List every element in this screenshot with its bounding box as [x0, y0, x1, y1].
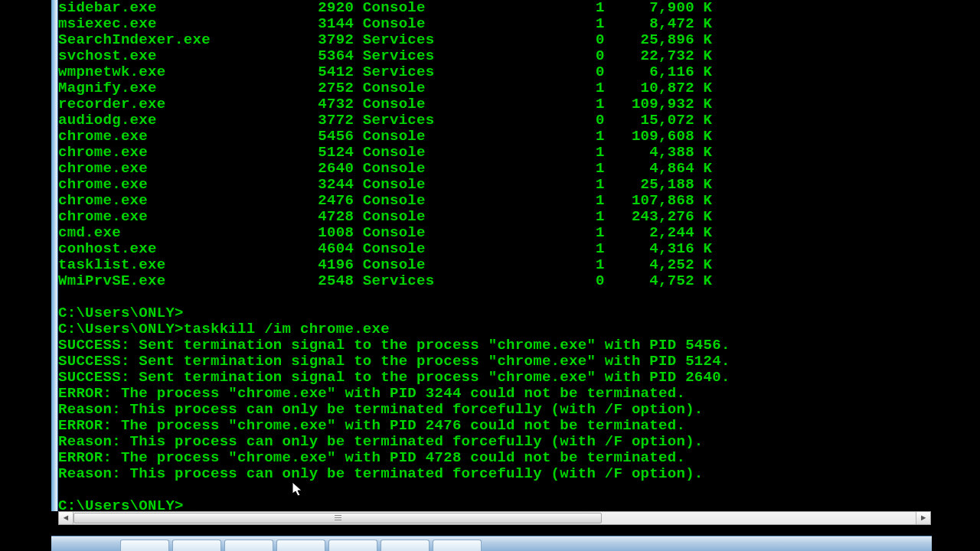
taskbar[interactable] [51, 536, 932, 551]
taskbar-button[interactable] [120, 540, 169, 551]
window-frame-left [51, 0, 58, 511]
scroll-left-button[interactable]: ◄ [59, 512, 74, 524]
terminal-line: C:\Users\ONLY>taskkill /im chrome.exe [58, 321, 931, 337]
terminal-line: chrome.exe 2640 Console 1 4,864 K [58, 161, 931, 177]
terminal-line: chrome.exe 5124 Console 1 4,388 K [58, 145, 931, 161]
terminal-line: Reason: This process can only be termina… [58, 402, 931, 418]
terminal-line: SUCCESS: Sent termination signal to the … [58, 354, 931, 370]
terminal-line: chrome.exe 5456 Console 1 109,608 K [58, 129, 931, 145]
scrollbar-grip-icon [335, 515, 341, 521]
terminal-line: chrome.exe 2476 Console 1 107,868 K [58, 193, 931, 209]
terminal-line: msiexec.exe 3144 Console 1 8,472 K [58, 16, 931, 32]
terminal-line: SUCCESS: Sent termination signal to the … [58, 370, 931, 386]
terminal-line: SearchIndexer.exe 3792 Services 0 25,896… [58, 32, 931, 48]
terminal-line: ERROR: The process "chrome.exe" with PID… [58, 450, 931, 466]
taskbar-button[interactable] [328, 540, 377, 551]
terminal-line: C:\Users\ONLY> [58, 305, 931, 321]
terminal-line [58, 482, 931, 498]
triangle-right-icon: ► [921, 514, 926, 523]
terminal-line: ERROR: The process "chrome.exe" with PID… [58, 418, 931, 434]
terminal-line: Reason: This process can only be termina… [58, 466, 931, 482]
terminal-line: audiodg.exe 3772 Services 0 15,072 K [58, 112, 931, 129]
terminal-line: svchost.exe 5364 Services 0 22,732 K [58, 48, 931, 64]
triangle-left-icon: ◄ [64, 514, 69, 523]
terminal-line: conhost.exe 4604 Console 1 4,316 K [58, 241, 931, 257]
terminal-line: SUCCESS: Sent termination signal to the … [58, 337, 931, 354]
terminal-line [58, 289, 931, 305]
terminal-output[interactable]: sidebar.exe 2920 Console 1 7,900 Kmsiexe… [58, 0, 931, 510]
terminal-line: cmd.exe 1008 Console 1 2,244 K [58, 225, 931, 241]
taskbar-button[interactable] [172, 540, 221, 551]
scrollbar-track[interactable] [74, 512, 916, 524]
taskbar-button[interactable] [433, 540, 482, 551]
terminal-line: tasklist.exe 4196 Console 1 4,252 K [58, 257, 931, 273]
horizontal-scrollbar[interactable]: ◄ ► [58, 511, 931, 525]
terminal-line: ERROR: The process "chrome.exe" with PID… [58, 386, 931, 402]
terminal-line: wmpnetwk.exe 5412 Services 0 6,116 K [58, 64, 931, 80]
taskbar-button[interactable] [381, 540, 430, 551]
taskbar-button[interactable] [276, 540, 325, 551]
terminal-line: sidebar.exe 2920 Console 1 7,900 K [58, 0, 931, 16]
terminal-line: chrome.exe 3244 Console 1 25,188 K [58, 177, 931, 193]
terminal-line: Magnify.exe 2752 Console 1 10,872 K [58, 80, 931, 96]
terminal-line: recorder.exe 4732 Console 1 109,932 K [58, 96, 931, 112]
terminal-line: C:\Users\ONLY> [58, 498, 931, 510]
terminal-line: Reason: This process can only be termina… [58, 434, 931, 450]
terminal-line: WmiPrvSE.exe 2548 Services 0 4,752 K [58, 273, 931, 289]
taskbar-button[interactable] [224, 540, 273, 551]
scrollbar-thumb[interactable] [74, 513, 602, 523]
terminal-line: chrome.exe 4728 Console 1 243,276 K [58, 209, 931, 225]
scroll-right-button[interactable]: ► [916, 512, 930, 524]
